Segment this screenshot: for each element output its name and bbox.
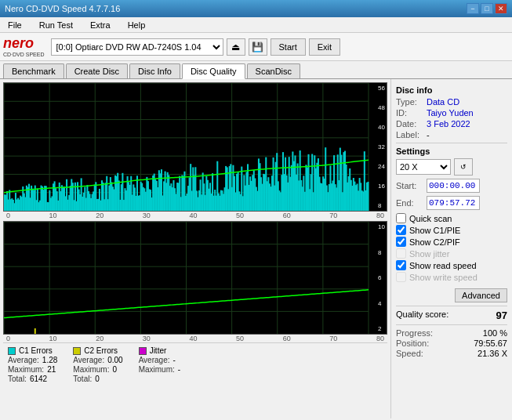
right-panel: Disc info Type: Data CD ID: Taiyo Yuden … <box>390 79 512 418</box>
start-time-input[interactable] <box>427 179 480 193</box>
start-time-label: Start: <box>396 181 423 190</box>
disc-type-row: Type: Data CD <box>396 97 507 107</box>
end-time-input[interactable] <box>427 196 480 210</box>
speed-row-stat: Speed: 21.36 X <box>396 349 507 358</box>
exit-button[interactable]: Exit <box>309 38 340 56</box>
title-bar: Nero CD-DVD Speed 4.7.7.16 − □ ✕ <box>0 0 512 17</box>
disc-type-label: Type: <box>396 97 423 107</box>
legend-area: C1 Errors Average: 1.28 Maximum: 21 Tota… <box>3 342 387 386</box>
end-time-row: End: <box>396 196 507 210</box>
menu-extra[interactable]: Extra <box>85 19 115 31</box>
speed-row: 20 X ↺ <box>396 158 507 176</box>
position-value: 79:55.67 <box>474 339 507 348</box>
jitter-label: Jitter <box>150 346 167 355</box>
advanced-button[interactable]: Advanced <box>455 288 507 302</box>
disc-label-row: Label: - <box>396 130 507 139</box>
show-read-speed-label: Show read speed <box>409 261 477 270</box>
top-chart-x-axis: 01020304050607080 <box>3 212 387 219</box>
position-row: Position: 79:55.67 <box>396 339 507 348</box>
close-button[interactable]: ✕ <box>495 3 507 14</box>
eject-icon-button[interactable]: ⏏ <box>227 38 245 56</box>
refresh-icon-button[interactable]: ↺ <box>454 158 473 176</box>
save-icon-button[interactable]: 💾 <box>249 38 267 56</box>
tab-create-disc[interactable]: Create Disc <box>66 63 128 78</box>
bottom-chart: 108642 <box>3 221 387 335</box>
progress-label: Progress: <box>396 328 433 338</box>
show-write-speed-checkbox <box>396 272 406 282</box>
c2-label: C2 Errors <box>84 346 118 355</box>
show-write-speed-label: Show write speed <box>409 273 478 282</box>
start-button[interactable]: Start <box>271 38 306 56</box>
c2-max-value: 0 <box>112 365 117 374</box>
chart-area: 5648403224168 01020304050607080 108642 0… <box>0 79 390 418</box>
nero-subtitle: CD·DVD SPEED <box>3 52 45 57</box>
legend-c2: C2 Errors Average: 0.00 Maximum: 0 Total… <box>73 346 122 383</box>
minimize-button[interactable]: − <box>467 3 479 14</box>
bottom-chart-wrapper: 108642 01020304050607080 <box>3 219 387 342</box>
disc-label-value: - <box>427 130 430 139</box>
tabs: Benchmark Create Disc Disc Info Disc Qua… <box>0 61 512 79</box>
c2-total-label: Total: <box>73 375 92 383</box>
disc-id-value: Taiyo Yuden <box>427 108 474 118</box>
tab-disc-info[interactable]: Disc Info <box>129 63 180 78</box>
show-read-speed-row: Show read speed <box>396 260 507 270</box>
jitter-avg-label: Average: <box>139 356 170 364</box>
toolbar: nero CD·DVD SPEED [0:0] Optiarc DVD RW A… <box>0 33 512 61</box>
quality-score-label: Quality score: <box>396 310 448 321</box>
speed-stat-label: Speed: <box>396 349 423 358</box>
disc-info-title: Disc info <box>396 85 507 95</box>
legend-jitter: Jitter Average: - Maximum: - <box>139 346 180 383</box>
show-write-speed-row: Show write speed <box>396 272 507 282</box>
c1-total-value: 6142 <box>30 375 47 383</box>
show-jitter-checkbox <box>396 248 406 259</box>
tab-benchmark[interactable]: Benchmark <box>3 63 64 78</box>
jitter-max-value: - <box>178 365 180 374</box>
show-read-speed-checkbox[interactable] <box>396 260 406 270</box>
quality-score-row: Quality score: 97 <box>396 310 507 321</box>
bottom-chart-x-axis: 01020304050607080 <box>3 335 387 342</box>
divider-3 <box>396 324 507 325</box>
speed-select[interactable]: 20 X <box>396 159 451 175</box>
disc-id-label: ID: <box>396 108 423 118</box>
quick-scan-label: Quick scan <box>409 214 452 223</box>
divider-2 <box>396 306 507 306</box>
menu-help[interactable]: Help <box>123 19 151 31</box>
show-c2-checkbox[interactable] <box>396 237 406 247</box>
quick-scan-checkbox[interactable] <box>396 213 406 223</box>
c1-avg-label: Average: <box>8 356 39 364</box>
disc-date-row: Date: 3 Feb 2022 <box>396 119 507 129</box>
tab-disc-quality[interactable]: Disc Quality <box>182 63 245 79</box>
c1-color <box>8 347 16 355</box>
c2-avg-value: 0.00 <box>107 356 122 364</box>
maximize-button[interactable]: □ <box>481 3 493 14</box>
settings-title: Settings <box>396 147 507 156</box>
disc-type-value: Data CD <box>427 97 459 107</box>
disc-label-label: Label: <box>396 130 423 139</box>
nero-logo: nero CD·DVD SPEED <box>3 36 45 57</box>
nero-logo-text: nero <box>3 36 45 50</box>
disc-id-row: ID: Taiyo Yuden <box>396 108 507 118</box>
c1-label: C1 Errors <box>19 346 53 355</box>
disc-date-label: Date: <box>396 119 423 129</box>
progress-row: Progress: 100 % <box>396 328 507 338</box>
menu-bar: File Run Test Extra Help <box>0 17 512 33</box>
show-c2-row: Show C2/PIF <box>396 237 507 247</box>
menu-file[interactable]: File <box>3 19 27 31</box>
top-chart-wrapper: 5648403224168 01020304050607080 <box>3 82 387 219</box>
jitter-avg-value: - <box>172 356 175 364</box>
quick-scan-row: Quick scan <box>396 213 507 223</box>
menu-run-test[interactable]: Run Test <box>34 19 78 31</box>
show-c1-checkbox[interactable] <box>396 225 406 235</box>
show-c1-label: Show C1/PIE <box>409 226 460 235</box>
show-jitter-label: Show jitter <box>409 249 449 259</box>
show-c2-label: Show C2/PIF <box>409 237 460 247</box>
c2-avg-label: Average: <box>73 356 104 364</box>
start-time-row: Start: <box>396 179 507 193</box>
quality-score-value: 97 <box>496 310 507 321</box>
jitter-color <box>139 347 147 355</box>
divider-1 <box>396 143 507 143</box>
app-title: Nero CD-DVD Speed 4.7.7.16 <box>5 4 120 13</box>
tab-scan-disc[interactable]: ScanDisc <box>247 63 300 78</box>
drive-select[interactable]: [0:0] Optiarc DVD RW AD-7240S 1.04 <box>51 38 223 56</box>
c2-max-label: Maximum: <box>73 365 109 374</box>
